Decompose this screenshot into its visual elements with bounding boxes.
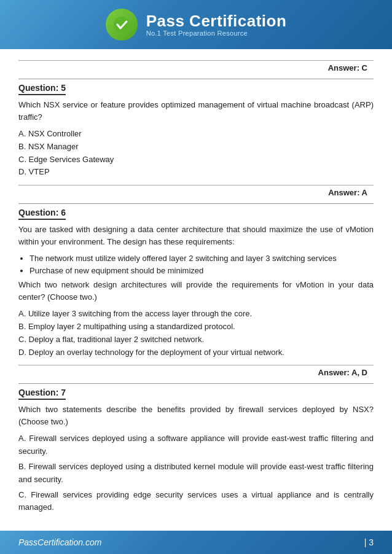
logo-title: Pass Certification — [146, 12, 287, 30]
question7-options: A. Firewall services deployed using a so… — [18, 432, 374, 514]
answer5-text: Answer: A — [328, 188, 374, 197]
question6-block: Question: 6 You are tasked with designin… — [18, 203, 374, 359]
option-q6-c: C. Deploy a flat, traditional layer 2 sw… — [18, 334, 374, 346]
option-q5-d: D. VTEP — [18, 166, 374, 179]
answer5-line: Answer: A — [18, 185, 374, 197]
answer4-text: Answer: C — [328, 63, 374, 72]
option-q7-a: A. Firewall services deployed using a so… — [18, 432, 374, 458]
svg-point-0 — [114, 17, 130, 33]
answer4-line: Answer: C — [18, 60, 374, 72]
question6-bullets: The network must utilize widely offered … — [29, 252, 374, 276]
question7-text: Which two statements describe the benefi… — [18, 404, 374, 427]
question5-options: A. NSX Controller B. NSX Manager C. Edge… — [18, 128, 374, 179]
header: Pass Certification No.1 Test Preparation… — [0, 0, 392, 49]
answer6-text: Answer: A, D — [318, 368, 374, 377]
divider-q6 — [18, 203, 374, 204]
footer-page: | 3 — [364, 537, 374, 547]
footer: PassCertification.com | 3 — [0, 531, 392, 554]
question7-heading: Question: 7 — [18, 388, 66, 400]
divider-q5 — [18, 79, 374, 79]
option-q7-c: C. Firewall services providing edge secu… — [18, 489, 374, 515]
option-q5-b: B. NSX Manager — [18, 141, 374, 154]
logo-subtitle: No.1 Test Preparation Resource — [146, 29, 287, 37]
question6-heading: Question: 6 — [18, 208, 66, 220]
option-q5-c: C. Edge Services Gateway — [18, 154, 374, 166]
question6-text: You are tasked with designing a data cen… — [18, 224, 374, 248]
question5-heading: Question: 5 — [18, 83, 66, 95]
question5-block: Question: 5 Which NSX service or feature… — [18, 79, 374, 179]
option-q5-a: A. NSX Controller — [18, 128, 374, 141]
option-q6-b: B. Employ layer 2 multipathing using a s… — [18, 321, 374, 334]
divider-q7 — [18, 383, 374, 384]
question6-text2: Which two network design architectures w… — [18, 279, 374, 303]
question6-options: A. Utilize layer 3 switching from the ac… — [18, 308, 374, 359]
main-content: Answer: C Question: 5 Which NSX service … — [0, 49, 392, 526]
option-q6-d: D. Deploy an overlay technology for the … — [18, 346, 374, 359]
option-q7-b: B. Firewall services deployed using a di… — [18, 461, 374, 486]
logo-icon — [106, 9, 138, 41]
question5-text: Which NSX service or feature provides op… — [18, 99, 374, 123]
bullet-q6-1: The network must utilize widely offered … — [29, 252, 374, 265]
logo-text: Pass Certification No.1 Test Preparation… — [146, 12, 287, 37]
footer-site: PassCertification.com — [18, 537, 101, 547]
answer6-line: Answer: A, D — [18, 365, 374, 377]
option-q6-a: A. Utilize layer 3 switching from the ac… — [18, 308, 374, 321]
question7-block: Question: 7 Which two statements describ… — [18, 383, 374, 514]
bullet-q6-2: Purchase of new equipment should be mini… — [29, 265, 374, 277]
